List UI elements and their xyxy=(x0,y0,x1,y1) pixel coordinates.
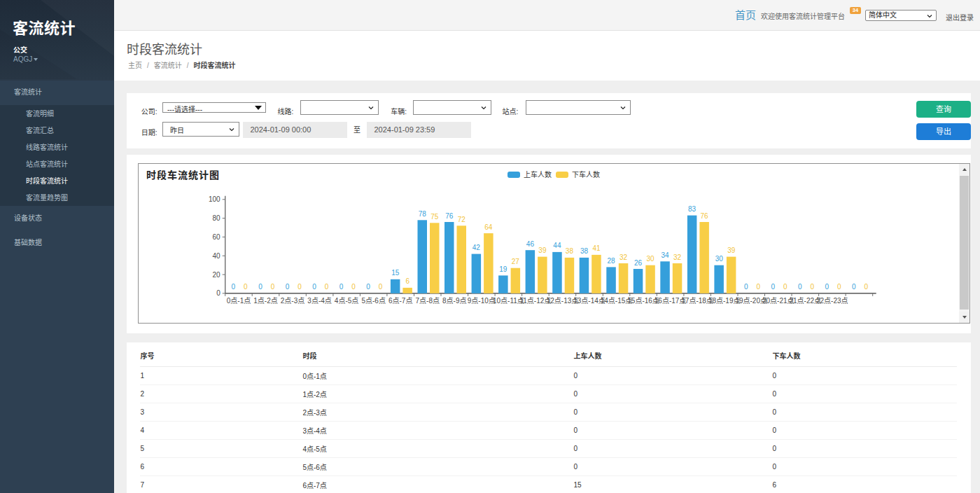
svg-text:8点-9点: 8点-9点 xyxy=(442,297,466,305)
svg-text:7点-8点: 7点-8点 xyxy=(416,297,440,305)
svg-text:34: 34 xyxy=(662,251,670,259)
svg-text:42: 42 xyxy=(472,244,481,251)
svg-text:0: 0 xyxy=(798,283,802,291)
svg-text:38: 38 xyxy=(566,247,574,255)
svg-text:0: 0 xyxy=(244,283,248,291)
svg-text:78: 78 xyxy=(419,210,427,218)
svg-text:72: 72 xyxy=(458,216,466,223)
svg-text:20: 20 xyxy=(213,271,221,279)
svg-text:0: 0 xyxy=(783,283,788,291)
svg-text:4点-5点: 4点-5点 xyxy=(335,297,358,305)
svg-text:26: 26 xyxy=(634,258,643,266)
svg-text:15: 15 xyxy=(391,269,400,277)
svg-text:39: 39 xyxy=(538,246,547,254)
svg-text:0: 0 xyxy=(232,283,236,291)
svg-text:32: 32 xyxy=(673,253,682,261)
svg-text:44: 44 xyxy=(553,242,561,249)
svg-text:3点-4点: 3点-4点 xyxy=(307,297,331,305)
svg-text:5点-6点: 5点-6点 xyxy=(361,297,385,305)
svg-text:0: 0 xyxy=(744,283,748,291)
svg-text:30: 30 xyxy=(715,255,724,263)
svg-text:28: 28 xyxy=(607,257,615,265)
svg-text:40: 40 xyxy=(213,252,221,260)
svg-text:6: 6 xyxy=(405,277,410,285)
svg-text:0: 0 xyxy=(756,283,760,291)
svg-text:0: 0 xyxy=(771,283,775,291)
svg-text:76: 76 xyxy=(701,211,709,219)
svg-text:0: 0 xyxy=(298,283,302,291)
svg-text:0: 0 xyxy=(351,283,356,291)
svg-text:80: 80 xyxy=(213,214,221,222)
svg-text:0: 0 xyxy=(825,283,830,291)
svg-text:0: 0 xyxy=(811,283,815,291)
svg-text:0: 0 xyxy=(325,283,329,291)
svg-text:0: 0 xyxy=(312,283,316,291)
svg-text:100: 100 xyxy=(209,195,220,203)
svg-text:0: 0 xyxy=(216,289,220,297)
svg-text:0点-1点: 0点-1点 xyxy=(227,297,251,305)
svg-text:76: 76 xyxy=(445,211,454,219)
svg-text:60: 60 xyxy=(213,233,221,241)
svg-text:19: 19 xyxy=(499,265,507,273)
svg-text:64: 64 xyxy=(484,223,493,231)
svg-text:0: 0 xyxy=(852,283,856,291)
svg-text:1点-2点: 1点-2点 xyxy=(253,297,277,305)
svg-text:0: 0 xyxy=(366,283,370,291)
svg-text:0: 0 xyxy=(864,283,869,291)
svg-text:83: 83 xyxy=(688,205,696,213)
svg-text:2点-3点: 2点-3点 xyxy=(281,297,304,305)
svg-text:30: 30 xyxy=(646,255,654,263)
svg-text:0: 0 xyxy=(271,283,275,291)
svg-text:0: 0 xyxy=(379,283,383,291)
svg-text:39: 39 xyxy=(727,246,736,254)
svg-text:41: 41 xyxy=(592,244,601,252)
svg-text:38: 38 xyxy=(580,247,589,255)
svg-text:0: 0 xyxy=(258,283,262,291)
svg-text:6点-7点: 6点-7点 xyxy=(388,297,412,305)
svg-text:0: 0 xyxy=(340,283,344,291)
svg-text:9点-10点: 9点-10点 xyxy=(468,297,496,305)
svg-text:46: 46 xyxy=(526,240,535,248)
svg-text:27: 27 xyxy=(512,258,520,265)
svg-text:75: 75 xyxy=(430,213,439,221)
svg-text:22点-23点: 22点-23点 xyxy=(816,297,848,305)
svg-text:32: 32 xyxy=(620,253,628,261)
svg-text:0: 0 xyxy=(286,283,290,291)
svg-text:0: 0 xyxy=(837,283,841,291)
